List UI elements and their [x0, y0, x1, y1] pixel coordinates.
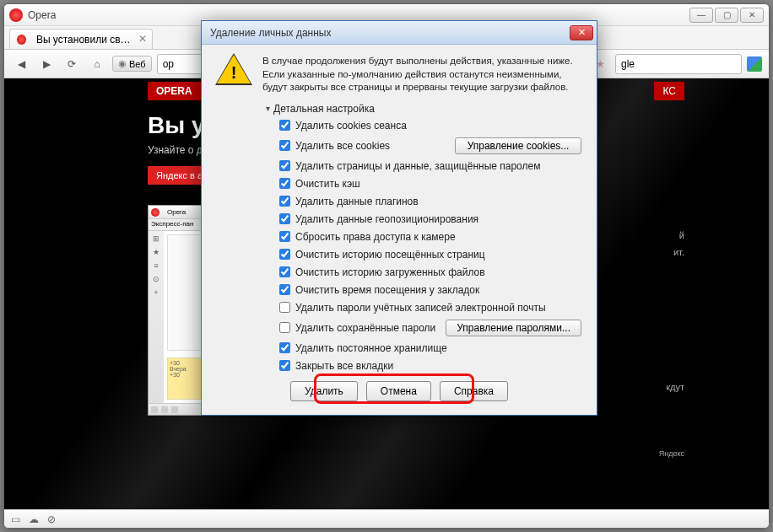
- delete-geolocation-checkbox[interactable]: [279, 213, 290, 224]
- minimize-button[interactable]: —: [689, 8, 713, 23]
- delete-saved-passwords-checkbox[interactable]: [279, 322, 290, 333]
- mini-tab: Экспресс-пан: [149, 219, 206, 231]
- mini-side-icon: ★: [152, 248, 160, 256]
- checkbox-row: Закрыть все вкладки: [279, 360, 581, 372]
- delete-private-data-dialog: Удаление личных данных ✕ ! В случае прод…: [201, 20, 597, 416]
- checkbox-label: Очистить историю посещённых страниц: [295, 249, 485, 261]
- checkbox-row: Очистить кэш: [279, 178, 581, 190]
- detailed-settings-expander[interactable]: Детальная настройка: [217, 103, 581, 115]
- delete-persistent-storage-checkbox[interactable]: [279, 342, 290, 353]
- mini-side-icon: +: [152, 288, 160, 297]
- window-title: Opera: [28, 9, 56, 21]
- mini-side-icon: ≡: [152, 261, 160, 270]
- clear-download-history-checkbox[interactable]: [279, 266, 290, 277]
- back-button[interactable]: ◀: [11, 54, 31, 74]
- address-scope-tag[interactable]: ◉ Веб: [112, 56, 152, 72]
- checkbox-list: Удалить cookies сеанса Удалить все cooki…: [217, 120, 581, 372]
- warning-icon: !: [217, 55, 251, 85]
- checkbox-row: Очистить время посещения у закладок: [279, 284, 581, 296]
- dialog-header: ! В случае продолжения будут выполнены д…: [217, 55, 581, 94]
- watermark: SOFT ◯ BASE: [661, 509, 756, 522]
- yandex-badge: КС: [654, 82, 684, 100]
- checkbox-label: Очистить время посещения у закладок: [295, 284, 479, 296]
- dialog-body: ! В случае продолжения будут выполнены д…: [202, 45, 597, 415]
- page-subheading: Узнайте о до: [148, 144, 208, 156]
- window-controls: — ▢ ✕: [689, 8, 764, 23]
- side-text-2: ит.: [673, 247, 684, 257]
- mini-status-icon: [171, 406, 178, 413]
- side-text-4: Яндекс: [659, 449, 684, 458]
- checkbox-row: Удалить постоянное хранилище: [279, 342, 581, 354]
- delete-plugin-data-checkbox[interactable]: [279, 196, 290, 207]
- maximize-button[interactable]: ▢: [715, 8, 738, 23]
- reload-button[interactable]: ⟳: [62, 54, 82, 74]
- mini-status-icon: [161, 406, 168, 413]
- mini-side-icon: ⊙: [152, 275, 160, 283]
- delete-session-cookies-checkbox[interactable]: [279, 120, 290, 131]
- clear-history-checkbox[interactable]: [279, 249, 290, 260]
- dialog-button-row: Удалить Отмена Справка: [217, 378, 581, 403]
- checkbox-label: Удалить постоянное хранилище: [295, 342, 447, 354]
- translate-icon[interactable]: [747, 56, 762, 72]
- mini-status-icon: [151, 406, 158, 413]
- checkbox-label: Удалить данные геопозиционирования: [295, 213, 478, 225]
- dialog-warning-text: В случае продолжения будут выполнены дей…: [262, 55, 581, 94]
- help-button[interactable]: Справка: [440, 381, 508, 401]
- checkbox-row: Очистить историю загруженных файлов: [279, 266, 581, 278]
- clear-cache-checkbox[interactable]: [279, 178, 290, 189]
- checkbox-row: Удалить данные геопозиционирования: [279, 213, 581, 225]
- tab-label: Вы установили свежу...: [36, 34, 135, 46]
- mini-window-preview: Opera Экспресс-пан ⊞ ★ ≡ ⊙ + +30Вчера+30: [148, 205, 207, 416]
- checkbox-label: Удалить cookies сеанса: [295, 120, 407, 132]
- close-all-tabs-checkbox[interactable]: [279, 360, 290, 371]
- side-text-3: кдут: [666, 382, 684, 392]
- manage-cookies-button[interactable]: Управление cookies...: [455, 137, 581, 154]
- home-button[interactable]: ⌂: [87, 54, 107, 74]
- checkbox-row: Удалить страницы и данные, защищённые па…: [279, 160, 581, 172]
- delete-all-cookies-checkbox[interactable]: [279, 140, 290, 151]
- cancel-button[interactable]: Отмена: [366, 381, 431, 401]
- checkbox-label: Очистить кэш: [295, 178, 360, 190]
- tab-close-button[interactable]: ✕: [137, 33, 149, 45]
- mini-title: Opera: [167, 208, 186, 216]
- checkbox-label: Удалить пароли учётных записей электронн…: [295, 302, 546, 314]
- checkbox-row: Удалить данные плагинов: [279, 196, 581, 207]
- search-input[interactable]: [615, 54, 742, 74]
- opera-badge: OPERA: [148, 82, 201, 100]
- checkbox-label: Закрыть все вкладки: [295, 360, 393, 372]
- delete-password-protected-checkbox[interactable]: [279, 160, 290, 171]
- dialog-title: Удаление личных данных: [210, 27, 331, 39]
- checkbox-label: Удалить страницы и данные, защищённые па…: [295, 160, 540, 172]
- checkbox-row: Удалить cookies сеанса: [279, 120, 581, 132]
- mini-opera-icon: [151, 208, 159, 217]
- mini-statusbar: [149, 403, 206, 415]
- dialog-titlebar: Удаление личных данных ✕: [202, 21, 597, 45]
- side-text-1: й: [679, 230, 684, 240]
- clear-bookmark-times-checkbox[interactable]: [279, 284, 290, 295]
- status-panel-icon[interactable]: ▭: [11, 513, 20, 525]
- addr-tag-label: Веб: [129, 59, 146, 69]
- mini-side-icon: ⊞: [152, 234, 160, 243]
- mini-thumbnail: [167, 234, 203, 351]
- status-downloads-icon[interactable]: ⊘: [47, 513, 56, 525]
- checkbox-label: Удалить сохранённые пароли: [295, 322, 435, 334]
- delete-email-passwords-checkbox[interactable]: [279, 302, 290, 313]
- mini-titlebar: Opera: [149, 206, 206, 219]
- status-sync-icon[interactable]: ☁: [29, 513, 39, 525]
- checkbox-row: Удалить пароли учётных записей электронн…: [279, 302, 581, 314]
- mini-note: +30Вчера+30: [167, 357, 203, 400]
- reset-camera-perms-checkbox[interactable]: [279, 231, 290, 242]
- checkbox-row: Удалить все cookies Управление cookies..…: [279, 137, 581, 154]
- manage-passwords-button[interactable]: Управление паролями...: [446, 320, 581, 336]
- forward-button[interactable]: ▶: [36, 54, 57, 74]
- browser-tab[interactable]: Вы установили свежу... ✕: [9, 29, 153, 49]
- checkbox-label: Очистить историю загруженных файлов: [295, 266, 485, 278]
- mini-body: ⊞ ★ ≡ ⊙ + +30Вчера+30: [149, 231, 206, 403]
- dialog-close-button[interactable]: ✕: [570, 25, 593, 40]
- close-window-button[interactable]: ✕: [740, 8, 764, 23]
- checkbox-row: Очистить историю посещённых страниц: [279, 249, 581, 261]
- checkbox-label: Удалить все cookies: [295, 140, 390, 152]
- checkbox-label: Сбросить права доступа к камере: [295, 231, 456, 243]
- mini-tab-label: Экспресс-пан: [151, 220, 193, 228]
- delete-button[interactable]: Удалить: [290, 381, 358, 401]
